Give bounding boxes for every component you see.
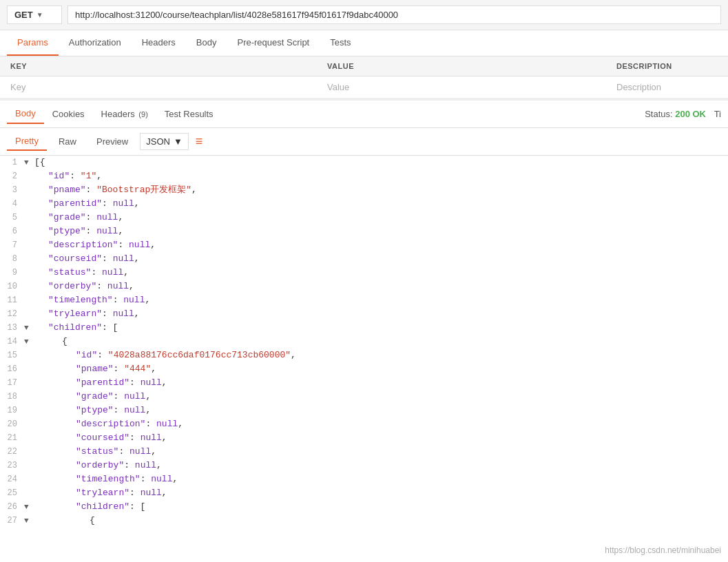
json-part-str: "444" [124, 364, 151, 374]
json-part-plain: : [113, 295, 124, 305]
json-part-key: "courseid" [48, 253, 102, 264]
json-part-plain: , [118, 226, 123, 236]
toggle-button[interactable]: ▼ [24, 514, 32, 528]
json-part-plain: , [145, 295, 150, 305]
json-part-plain: , [191, 185, 197, 195]
line-number: 14 [3, 335, 24, 348]
json-part-plain: : [96, 281, 107, 291]
json-line: 5 "grade": null, [0, 211, 728, 225]
request-tabs: Params Authorization Headers Body Pre-re… [0, 30, 728, 56]
toggle-button [24, 280, 32, 293]
line-number: 13 [3, 321, 24, 335]
col-description: DESCRIPTION [606, 56, 728, 76]
line-content: "parentid": null, [34, 376, 167, 390]
format-raw[interactable]: Raw [50, 133, 85, 150]
json-part-null: null [96, 212, 118, 222]
tab-headers[interactable]: Headers [132, 30, 186, 56]
toggle-button [24, 252, 32, 266]
line-number: 19 [3, 404, 24, 417]
toggle-button [24, 445, 32, 459]
json-line: 9 "status": null, [0, 266, 728, 280]
json-line: 24 "timelength": null, [0, 472, 728, 486]
json-part-plain: , [162, 488, 167, 498]
wrap-button[interactable]: ≡ [196, 134, 203, 149]
json-part-plain: : [ [102, 322, 118, 333]
status-info: Status: 200 OK Ti [645, 109, 721, 119]
line-number: 27 [3, 514, 24, 528]
line-number: 3 [3, 183, 24, 197]
line-content: "children": [ [34, 500, 145, 514]
json-line: 15 "id": "4028a88176cc6daf0176cc713cb600… [0, 348, 728, 362]
line-content: "pname": "444", [34, 362, 156, 376]
line-content: "children": [ [34, 321, 118, 335]
tab-tests[interactable]: Tests [320, 30, 361, 56]
tab-cookies[interactable]: Cookies [44, 105, 93, 123]
line-number: 16 [3, 362, 24, 376]
json-line: 14▼{ [0, 335, 728, 348]
line-content: { [34, 335, 67, 348]
tab-headers-response[interactable]: Headers (9) [93, 105, 156, 123]
json-area[interactable]: 1▼[{2 "id": "1",3 "pname": "Bootstrap开发框… [0, 156, 728, 528]
tab-prerequest[interactable]: Pre-request Script [227, 30, 320, 56]
tab-params[interactable]: Params [7, 30, 59, 56]
json-part-key: "timelength" [48, 295, 113, 305]
json-part-plain: : [141, 474, 152, 484]
line-number: 21 [3, 431, 24, 445]
format-type-dropdown[interactable]: JSON ▼ [140, 133, 189, 150]
format-bar: Pretty Raw Preview JSON ▼ ≡ [0, 128, 728, 156]
json-part-plain: , [134, 198, 140, 209]
json-part-plain: : [129, 433, 141, 443]
json-part-null: null [156, 419, 178, 429]
tab-body[interactable]: Body [186, 30, 227, 56]
toggle-button [24, 348, 32, 362]
format-pretty[interactable]: Pretty [7, 132, 47, 151]
json-part-plain: , [151, 446, 156, 457]
param-key-input[interactable]: Key [0, 76, 317, 98]
json-part-str: "1" [81, 171, 96, 181]
toggle-button[interactable]: ▼ [24, 335, 32, 348]
json-line: 12 "trylearn": null, [0, 307, 728, 321]
col-key: KEY [0, 56, 317, 76]
toggle-button[interactable]: ▼ [24, 156, 32, 169]
json-part-plain: : [129, 377, 141, 388]
json-line: 27▼{ [0, 514, 728, 528]
json-part-plain: , [145, 405, 151, 415]
line-number: 20 [3, 417, 24, 431]
param-value-input[interactable]: Value [317, 76, 606, 98]
json-part-key: "id" [76, 350, 97, 360]
json-part-plain: , [162, 377, 167, 388]
json-part-plain: : [118, 446, 129, 457]
json-part-null: null [141, 433, 162, 443]
toggle-button [24, 362, 32, 376]
line-number: 9 [3, 266, 24, 280]
json-part-plain: : [145, 419, 156, 429]
url-input[interactable] [67, 6, 721, 24]
json-part-plain: : [124, 460, 135, 470]
toggle-button [24, 404, 32, 417]
json-line: 26▼"children": [ [0, 500, 728, 514]
toggle-button [24, 376, 32, 390]
json-part-plain: { [90, 515, 95, 525]
line-content: { [34, 514, 95, 528]
line-number: 7 [3, 238, 24, 252]
format-preview[interactable]: Preview [88, 133, 136, 150]
json-line: 4 "parentid": null, [0, 197, 728, 211]
json-part-plain: , [156, 460, 162, 470]
method-label: GET [14, 10, 33, 20]
tab-test-results[interactable]: Test Results [156, 105, 222, 123]
json-part-key: "trylearn" [48, 309, 102, 319]
json-part-key: "orderby" [76, 460, 124, 470]
json-part-key: "parentid" [76, 377, 129, 388]
json-part-key: "children" [48, 322, 102, 333]
tab-body-response[interactable]: Body [7, 104, 44, 124]
toggle-button[interactable]: ▼ [24, 321, 32, 335]
method-select[interactable]: GET ▼ [7, 6, 62, 24]
line-content: "trylearn": null, [34, 307, 140, 321]
toggle-button[interactable]: ▼ [24, 500, 32, 514]
toggle-button [24, 197, 32, 211]
param-desc-input[interactable]: Description [606, 76, 728, 98]
line-number: 22 [3, 445, 24, 459]
tab-authorization[interactable]: Authorization [59, 30, 132, 56]
json-line: 18 "grade": null, [0, 390, 728, 404]
json-part-plain: : [102, 253, 113, 264]
